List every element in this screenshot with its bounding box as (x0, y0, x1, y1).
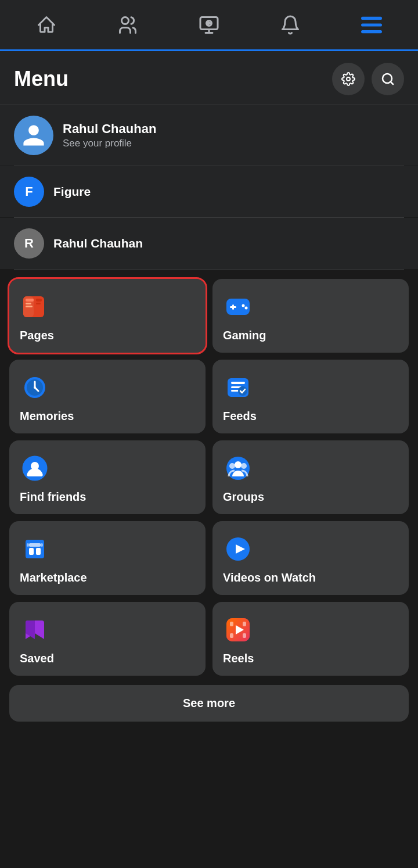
grid-item-reels[interactable]: Reels (212, 602, 409, 676)
nav-home[interactable] (23, 8, 70, 42)
pages-icon (20, 292, 50, 322)
grid-item-saved[interactable]: Saved (9, 602, 206, 676)
settings-button[interactable] (332, 63, 365, 95)
nav-watch[interactable] (186, 8, 232, 42)
pages-label: Pages (20, 329, 195, 342)
svg-rect-13 (26, 303, 31, 304)
account-rahul-avatar: R (14, 228, 44, 259)
videos-on-watch-icon (223, 534, 253, 564)
profile-subtitle: See your profile (63, 138, 156, 149)
profile-avatar (14, 116, 53, 155)
gaming-icon (223, 292, 253, 322)
saved-icon (20, 615, 50, 645)
account-figure[interactable]: F Figure (0, 166, 418, 217)
page-title: Menu (14, 67, 69, 91)
memories-icon (20, 372, 50, 403)
svg-rect-48 (230, 622, 233, 626)
profile-name: Rahul Chauhan (63, 121, 156, 137)
svg-rect-16 (36, 303, 41, 304)
svg-rect-5 (361, 23, 382, 26)
grid-item-videos-on-watch[interactable]: Videos on Watch (212, 521, 409, 595)
groups-icon (223, 453, 253, 483)
nav-friends[interactable] (105, 8, 151, 42)
svg-point-7 (347, 77, 350, 81)
svg-rect-15 (36, 299, 42, 302)
svg-rect-37 (26, 540, 44, 558)
reels-label: Reels (223, 652, 398, 665)
top-navigation (0, 0, 418, 51)
svg-rect-6 (361, 30, 382, 33)
marketplace-label: Marketplace (20, 571, 195, 584)
svg-rect-14 (26, 306, 33, 307)
grid-container: Pages Gaming (9, 279, 409, 676)
find-friends-icon (20, 453, 50, 483)
svg-rect-40 (29, 543, 41, 547)
nav-notifications[interactable] (267, 8, 314, 42)
account-figure-avatar: F (14, 177, 44, 207)
svg-marker-3 (207, 21, 211, 24)
svg-rect-39 (36, 548, 41, 555)
marketplace-icon (20, 534, 50, 564)
videos-on-watch-label: Videos on Watch (223, 571, 398, 584)
svg-rect-12 (26, 299, 34, 302)
grid-item-feeds[interactable]: Feeds (212, 360, 409, 433)
profile-section[interactable]: Rahul Chauhan See your profile (0, 105, 418, 166)
nav-menu[interactable] (348, 8, 395, 42)
account-rahul-name: Rahul Chauhan (53, 236, 143, 250)
svg-point-35 (229, 463, 235, 469)
svg-rect-41 (27, 543, 29, 547)
find-friends-label: Find friends (20, 490, 195, 504)
svg-rect-19 (230, 306, 236, 308)
feeds-icon (223, 372, 253, 403)
svg-rect-42 (41, 543, 43, 547)
svg-point-0 (122, 17, 129, 24)
search-button[interactable] (372, 63, 404, 95)
svg-rect-51 (243, 633, 246, 638)
svg-rect-49 (230, 633, 233, 638)
svg-rect-26 (231, 382, 245, 384)
grid-item-groups[interactable]: Groups (212, 440, 409, 514)
account-rahul[interactable]: R Rahul Chauhan (0, 218, 418, 269)
grid-item-pages[interactable]: Pages (9, 279, 206, 353)
feeds-label: Feeds (223, 410, 398, 423)
grid-item-find-friends[interactable]: Find friends (9, 440, 206, 514)
header: Menu (0, 51, 418, 105)
grid-item-memories[interactable]: Memories (9, 360, 206, 433)
svg-rect-50 (243, 622, 246, 626)
svg-rect-38 (29, 548, 34, 555)
header-actions (332, 63, 404, 95)
groups-label: Groups (223, 490, 398, 504)
memories-label: Memories (20, 410, 195, 423)
svg-point-21 (245, 307, 248, 310)
profile-info: Rahul Chauhan See your profile (63, 121, 156, 149)
menu-grid: Pages Gaming (0, 270, 418, 676)
grid-item-marketplace[interactable]: Marketplace (9, 521, 206, 595)
gaming-label: Gaming (223, 329, 398, 342)
reels-icon (223, 615, 253, 645)
see-more-button[interactable]: See more (9, 685, 409, 722)
saved-label: Saved (20, 652, 195, 665)
svg-line-9 (391, 82, 393, 84)
svg-point-20 (242, 304, 245, 307)
svg-point-34 (235, 461, 242, 468)
svg-point-36 (241, 463, 247, 469)
svg-point-24 (34, 386, 36, 389)
grid-item-gaming[interactable]: Gaming (212, 279, 409, 353)
account-figure-name: Figure (53, 185, 91, 199)
svg-rect-4 (361, 16, 382, 19)
